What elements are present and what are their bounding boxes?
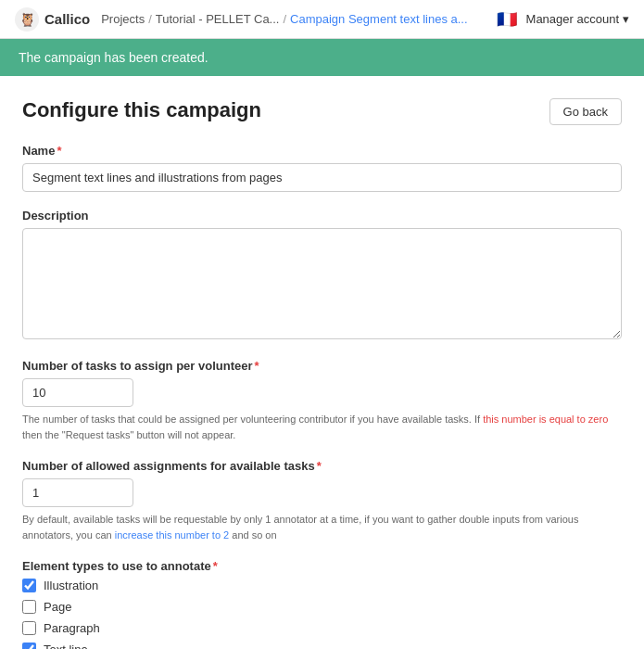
breadcrumb: Projects / Tutorial - PELLET Ca... / Cam… [101, 12, 496, 26]
element-types-label: Element types to use to annotate* [22, 559, 622, 573]
account-button[interactable]: Manager account ▾ [526, 12, 629, 26]
success-banner: The campaign has been created. [0, 39, 644, 76]
logo-text: Callico [44, 11, 90, 27]
breadcrumb-projects[interactable]: Projects [101, 12, 145, 26]
page-header: Configure this campaign Go back [22, 98, 622, 125]
description-textarea[interactable] [22, 228, 622, 339]
breadcrumb-current: Campaign Segment text lines a... [290, 12, 468, 26]
navbar: 🦉 Callico Projects / Tutorial - PELLET C… [0, 0, 644, 39]
tasks-required: * [255, 359, 259, 373]
description-field-group: Description [22, 209, 622, 342]
checkbox-page[interactable] [22, 600, 36, 614]
breadcrumb-sep-1: / [148, 12, 152, 26]
logo[interactable]: 🦉 Callico [15, 7, 90, 32]
checkbox-item-paragraph[interactable]: Paragraph [22, 621, 622, 635]
language-flag[interactable]: 🇫🇷 [497, 9, 517, 30]
assignments-required: * [317, 459, 322, 473]
name-required: * [57, 144, 61, 158]
element-types-required: * [213, 559, 218, 573]
checkbox-paragraph[interactable] [22, 621, 36, 635]
tasks-input[interactable] [22, 378, 133, 407]
checkbox-label-page: Page [44, 600, 71, 614]
tasks-help-text: The number of tasks that could be assign… [22, 412, 622, 442]
checkbox-illustration[interactable] [22, 579, 36, 592]
assignments-input[interactable] [22, 478, 133, 507]
checkbox-text-line[interactable] [22, 643, 36, 649]
assignments-label: Number of allowed assignments for availa… [22, 459, 622, 473]
checkbox-item-illustration[interactable]: Illustration [22, 579, 622, 592]
checkbox-label-illustration: Illustration [44, 579, 98, 592]
name-label: Name* [22, 144, 622, 158]
main-content: Configure this campaign Go back Name* De… [0, 76, 644, 649]
checkbox-label-text-line: Text line [44, 643, 88, 649]
tasks-label: Number of tasks to assign per volunteer* [22, 359, 622, 373]
page-title: Configure this campaign [22, 98, 261, 122]
breadcrumb-sep-2: / [283, 12, 286, 26]
breadcrumb-tutorial[interactable]: Tutorial - PELLET Ca... [156, 12, 280, 26]
svg-text:🦉: 🦉 [19, 12, 36, 28]
checkbox-label-paragraph: Paragraph [44, 621, 100, 635]
logo-icon: 🦉 [15, 7, 39, 32]
chevron-down-icon: ▾ [623, 12, 629, 26]
tasks-field-group: Number of tasks to assign per volunteer*… [22, 359, 622, 442]
description-label: Description [22, 209, 622, 223]
name-field-group: Name* [22, 144, 622, 192]
checkbox-item-page[interactable]: Page [22, 600, 622, 614]
navbar-right: 🇫🇷 Manager account ▾ [497, 9, 629, 30]
assignments-field-group: Number of allowed assignments for availa… [22, 459, 622, 542]
checkbox-item-text-line[interactable]: Text line [22, 643, 622, 649]
element-types-group: Element types to use to annotate* Illust… [22, 559, 622, 649]
name-input[interactable] [22, 163, 622, 192]
account-label: Manager account [526, 12, 619, 26]
page-wrapper: The campaign has been created. Configure… [0, 39, 644, 649]
go-back-button[interactable]: Go back [549, 98, 622, 125]
assignments-help-text: By default, available tasks will be requ… [22, 512, 622, 542]
checkbox-group: Illustration Page Paragraph Text line Te… [22, 579, 622, 649]
success-message: The campaign has been created. [19, 50, 208, 65]
